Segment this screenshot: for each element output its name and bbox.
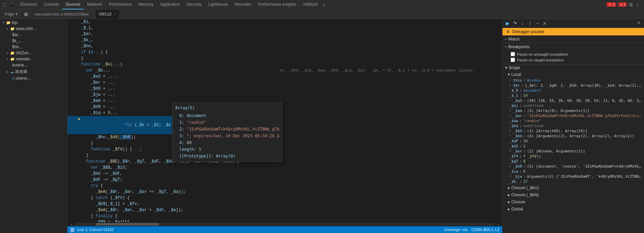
popup-row-1[interactable]: 1: "cookie" <box>175 119 279 126</box>
deactivate-btn[interactable]: ⤬ <box>541 20 548 27</box>
userscript-file-icon: {} <box>12 76 15 80</box>
scope-item-$e5[interactable]: _$e5 : 1 <box>503 144 644 149</box>
ixkzon-label: iXkZon... <box>16 51 32 55</box>
scope-item-$ar[interactable]: ▸ _$ar : "1EzPGwRUoQaWT=k4QryDMzV6L.VcZT… <box>503 113 644 118</box>
popup-row-0[interactable]: 0: document <box>175 112 279 119</box>
tab-memory[interactable]: Memory <box>135 0 157 9</box>
step-out-btn[interactable]: ↑ <box>526 20 534 27</box>
step-into-btn[interactable]: ↓ <box>519 20 526 27</box>
scroll-right-btn[interactable]: ▸ <box>495 223 502 226</box>
closure-$bN-header[interactable]: ▸ Closure (_$bN) <box>503 192 644 198</box>
scope-item-$b$[interactable]: _$b$ : undefined <box>503 123 644 128</box>
closure-$bU-group: ▸ Closure (_$bU) <box>503 184 644 192</box>
pause-uncaught-option[interactable]: Pause on uncaught exceptions <box>508 51 644 57</box>
scope-item-$hR[interactable]: ▸ _$hR : (5) [document, 'cookie', '1EzPG… <box>503 164 644 169</box>
tree-item-ixkzon[interactable]: ▸ 📁 iXkZon... <box>0 50 67 56</box>
tree-item-top[interactable]: ▾ 📁 top <box>0 20 67 26</box>
tree-item-newsite[interactable]: ▸ 📁 newsite... <box>0 56 67 62</box>
table-row: - _$$$ = _$aj[5], <box>68 219 502 222</box>
inspect-icon[interactable]: ⬚ <box>1 2 7 8</box>
sources-tab-page[interactable]: Page ▾ <box>2 10 20 19</box>
pause-uncaught-checkbox[interactable] <box>511 52 515 56</box>
scope-item-$bO[interactable]: ▸ _$bO : (2) [Array(448), Array(19)] <box>503 128 644 134</box>
sources-tab-userscript[interactable]: userscript.html..d-8609e25786ee <box>32 10 92 19</box>
$er-key: _$er <box>513 149 522 153</box>
$gT-val: 0 <box>523 159 525 164</box>
scope-item-$dF[interactable]: _$dF : 38 <box>503 139 644 144</box>
warn-badge: ⚠ 1 <box>618 2 627 7</box>
scope-item-$iq[interactable]: _$iq : 0 <box>503 169 644 174</box>
popup-row-proto[interactable]: [[Prototype]]: Array(0) <box>175 153 279 159</box>
sources-tab-vm110[interactable]: VM110 × <box>96 10 119 19</box>
debugger-panel: ▶ ↷ ↓ ↑ → ⤬ ⇱ ⏸ Debugger paused ▸ Watch … <box>502 19 644 233</box>
tree-item-www[interactable]: ▸ 📁 www.chin... <box>0 26 67 32</box>
$aS-arrow: ▸ <box>509 98 511 102</box>
global-header[interactable]: ▸ Global <box>503 206 644 212</box>
step-btn[interactable]: → <box>534 20 541 27</box>
step-over-btn[interactable]: ↷ <box>511 20 519 27</box>
resume-btn[interactable]: ▶ <box>504 20 511 27</box>
closure-$bU-header[interactable]: ▸ Closure (_$bU) <box>503 184 644 191</box>
tab-more[interactable]: » <box>321 0 328 9</box>
tree-item-ar[interactable]: $ar... <box>0 32 67 38</box>
tree-item-hn[interactable]: $hn... <box>0 44 67 50</box>
horizontal-scrollbar[interactable]: ◂ ▸ <box>68 222 502 226</box>
tree-item-cloud[interactable]: ▸ ☁ 改改操 <box>0 68 67 75</box>
tab-lighthouse[interactable]: Lighthouse <box>205 0 231 9</box>
scope-item-$R[interactable]: _$_R : document <box>503 88 644 93</box>
popup-row-3[interactable]: 3: "; expires=Sun, 10 Dec 2023 05:34:26 … <box>175 133 279 139</box>
tab-security[interactable]: Security <box>183 0 205 9</box>
scope-item-$fV[interactable]: _$fV : f _$fV() <box>503 154 644 159</box>
tab-performance-insights[interactable]: Performance insights <box>255 0 300 9</box>
tree-item-busine[interactable]: busine... <box>0 62 67 68</box>
scope-item-$k_[interactable]: _$k_ : 37 <box>503 179 644 184</box>
scroll-thumb[interactable] <box>96 223 159 226</box>
scope-item-$aj[interactable]: _$aj : undefined <box>503 103 644 108</box>
code-editor[interactable]: - _$l, - _$_1, - _$ar, - _$k_, <box>68 19 502 222</box>
tab-sources[interactable]: Sources <box>62 0 84 9</box>
expand-panel-btn[interactable]: ⇱ <box>636 20 643 27</box>
tab-recorder[interactable]: Recorder <box>231 0 255 9</box>
table-row: - _$bU -= _$dF, <box>68 171 502 177</box>
status-bar: {} Line 2, Column 53132 Coverage: n/a CS… <box>68 226 502 233</box>
$hR-key: _$hR <box>513 164 522 169</box>
tab-adblock[interactable]: AdBlock <box>300 0 321 9</box>
more-icon[interactable]: ⋮ <box>635 2 640 7</box>
watch-header[interactable]: ▸ Watch <box>503 35 644 43</box>
network-label: Network <box>87 2 102 7</box>
scope-item-$bU[interactable]: ▸ _$bU : (4) [Arguments(2), Array(2), Ar… <box>503 134 644 139</box>
closure-header[interactable]: ▸ Closure <box>503 199 644 205</box>
tab-elements[interactable]: Elements <box>17 0 41 9</box>
tree-item-k[interactable]: $k_... <box>0 38 67 44</box>
scope-item-this[interactable]: ▸ this : Window <box>503 78 644 83</box>
scope-item-$er[interactable]: ▸ _$er : (2) [Window, Arguments(2)] <box>503 149 644 154</box>
busine-label: busine... <box>12 63 27 67</box>
scope-item-$jw[interactable]: ▸ _$jw : Arguments(2) ['1EzPGwRUoQaWT', … <box>503 174 644 179</box>
pause-caught-checkbox[interactable] <box>511 58 515 62</box>
popup-row-4[interactable]: 4: 68 <box>175 139 279 146</box>
scope-item-$am[interactable]: ▸ _$am : (2) [Array(0), Arguments(1)] <box>503 108 644 113</box>
tree-item-userscript[interactable]: {} usersc... <box>0 75 67 81</box>
pause-caught-option[interactable]: Pause on caught exceptions <box>508 57 644 63</box>
scroll-track[interactable] <box>75 223 495 226</box>
settings-icon[interactable]: ⚙ <box>629 2 633 7</box>
scope-item-$aw[interactable]: _$aw : "cookie" <box>503 118 644 123</box>
tab-console[interactable]: Console <box>41 0 62 9</box>
$bU-arrow: ▸ <box>509 134 511 137</box>
tab-performance[interactable]: Performance <box>105 0 135 9</box>
tab-network[interactable]: Network <box>84 0 105 9</box>
device-icon[interactable]: 📱 <box>8 2 14 8</box>
popup-row-2[interactable]: 2: "1EzPGwRUoQaWT=k4QryDMzV6L.VcZTBNe_gT… <box>175 126 279 133</box>
breakpoints-header[interactable]: ▾ Breakpoints <box>503 43 644 51</box>
scope-header[interactable]: ▾ Scope <box>503 64 644 71</box>
scroll-left-btn[interactable]: ◂ <box>68 223 74 226</box>
vm110-close-btn[interactable]: × <box>114 12 116 16</box>
sidebar-toggle[interactable]: ⊞ <box>23 11 29 17</box>
scope-item-$aS[interactable]: ▸ _$aS : (38) [36, 55, 36, 66, 38, 50, 6… <box>503 98 644 103</box>
tab-application[interactable]: Application <box>157 0 183 9</box>
scope-item-$gT[interactable]: _$gT : 0 <box>503 159 644 164</box>
popup-row-length[interactable]: length: 5 <box>175 146 279 153</box>
scope-item-$$r[interactable]: ▸ $$r : {_$bl: 2, _$gN: 1, _$hD: Array(3… <box>503 83 644 88</box>
scope-item-$l1[interactable]: _$_1 : 14 <box>503 93 644 98</box>
local-header[interactable]: ▾ Local <box>503 71 644 78</box>
